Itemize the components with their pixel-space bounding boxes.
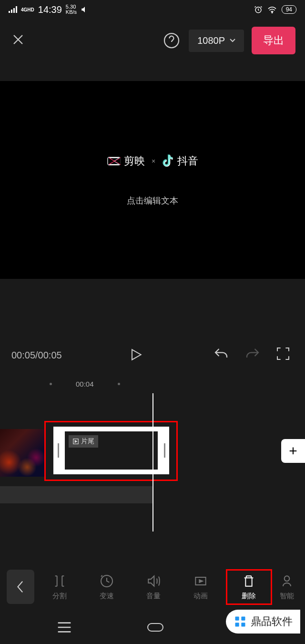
clip-handle-left[interactable]	[53, 427, 63, 474]
nav-home[interactable]	[146, 622, 165, 633]
clip-handle-right[interactable]	[160, 427, 169, 474]
network-label: 4GHD	[21, 7, 34, 12]
svg-rect-0	[9, 11, 10, 13]
audio-track[interactable]	[0, 486, 152, 503]
nav-menu[interactable]	[56, 622, 73, 633]
tool-smart[interactable]: 智能	[276, 571, 298, 603]
jianying-icon	[107, 154, 121, 168]
alarm-icon	[254, 5, 263, 14]
svg-rect-2	[13, 8, 15, 13]
watermark: 鼎品软件	[226, 610, 300, 634]
edit-toolbar: 分割 变速 音量 动画 删除 智能	[0, 563, 305, 611]
smart-icon	[279, 573, 295, 589]
speed-unit: KB/s	[66, 10, 77, 15]
tool-delete[interactable]: 删除	[226, 569, 272, 605]
svg-rect-15	[235, 623, 239, 626]
status-bar: 4GHD 14:39 5.30 KB/s 94	[0, 0, 305, 19]
split-icon	[52, 573, 67, 589]
tool-speed[interactable]: 变速	[85, 571, 129, 603]
edit-text-hint[interactable]: 点击编辑文本	[127, 195, 178, 206]
brand-logos: 剪映 × 抖音	[107, 154, 198, 168]
ruler-time: 00:04	[76, 380, 94, 388]
play-button[interactable]	[128, 346, 146, 364]
fullscreen-button[interactable]	[275, 346, 294, 364]
timeline-ruler[interactable]: 00:04	[0, 374, 305, 393]
battery-level: 94	[282, 5, 296, 14]
video-clip[interactable]	[0, 429, 45, 477]
douyin-icon	[162, 154, 174, 168]
svg-rect-1	[11, 10, 12, 13]
help-button[interactable]	[162, 31, 181, 50]
undo-button[interactable]	[213, 346, 231, 364]
svg-rect-16	[241, 623, 245, 626]
svg-point-5	[272, 12, 273, 13]
tool-volume[interactable]: 音量	[132, 571, 175, 603]
svg-rect-13	[235, 617, 239, 621]
ruler-tick	[50, 383, 52, 385]
end-clip-tag: 片尾	[69, 435, 98, 448]
playback-controls: 00:05/00:05	[0, 336, 305, 374]
watermark-text: 鼎品软件	[251, 614, 293, 629]
resolution-label: 1080P	[197, 35, 225, 46]
animation-icon	[193, 573, 208, 589]
tool-split[interactable]: 分割	[38, 571, 81, 603]
svg-rect-12	[148, 624, 163, 631]
timeline[interactable]: 片尾 +	[0, 393, 305, 532]
signal-icon	[9, 6, 17, 13]
ruler-tick	[118, 383, 120, 385]
tool-animation[interactable]: 动画	[179, 571, 223, 603]
wifi-icon	[267, 6, 277, 13]
volume-icon	[81, 5, 89, 14]
end-clip[interactable]: 片尾	[53, 427, 169, 474]
time-display: 00:05/00:05	[11, 350, 62, 361]
chevron-down-icon	[230, 39, 235, 42]
watermark-icon	[234, 615, 247, 628]
redo-button[interactable]	[244, 346, 262, 364]
app-toolbar: 1080P 导出	[0, 19, 305, 62]
svg-point-11	[285, 576, 290, 581]
video-preview[interactable]: 剪映 × 抖音 点击编辑文本	[0, 81, 305, 279]
close-button[interactable]	[10, 31, 29, 50]
svg-rect-3	[16, 6, 17, 13]
svg-rect-14	[241, 617, 245, 621]
delete-icon	[241, 573, 256, 589]
add-clip-button[interactable]: +	[281, 439, 305, 463]
back-button[interactable]	[7, 570, 34, 604]
clock: 14:39	[38, 4, 62, 15]
export-button[interactable]: 导出	[252, 27, 295, 54]
playhead[interactable]	[152, 393, 153, 532]
resolution-selector[interactable]: 1080P	[189, 30, 244, 52]
speed-icon	[99, 573, 114, 589]
volume-tool-icon	[146, 573, 161, 589]
